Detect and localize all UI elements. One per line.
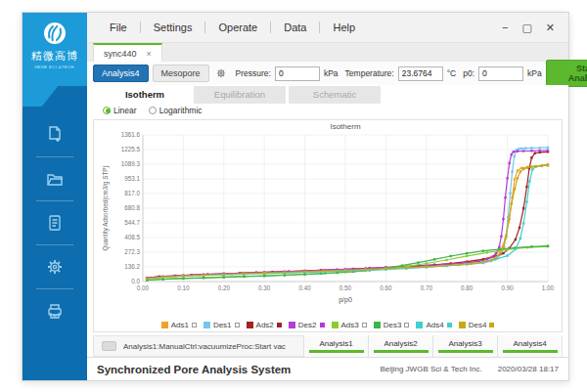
app-window: 精微高博 JWGB SCI.&TECH.	[22, 12, 569, 381]
legend-label: Ads3	[341, 321, 359, 329]
legend-color-swatch	[416, 322, 423, 328]
scale-options: Linear Logarithmic	[87, 104, 568, 118]
temperature-input[interactable]	[398, 66, 443, 81]
analysis-tab-4[interactable]: Analysis4	[497, 335, 562, 357]
legend-label: Ads2	[256, 321, 274, 329]
legend-label: Des1	[213, 321, 232, 329]
analysis-tab-1[interactable]: Analysis1	[303, 335, 368, 357]
pressure-input[interactable]	[275, 66, 320, 81]
tab-close-icon[interactable]: ×	[147, 49, 152, 59]
analysis4-button[interactable]: Analysis4	[93, 65, 149, 82]
legend-color-swatch	[247, 322, 253, 328]
sidebar-divider	[36, 200, 73, 201]
tab-equilibration[interactable]: Equilibration	[194, 86, 286, 104]
start-analysis-button[interactable]: Start Analysis	[546, 60, 587, 87]
legend-item-des3[interactable]: Des3	[374, 321, 410, 329]
document-tab-sync440[interactable]: sync440 ×	[93, 43, 162, 62]
toolbar: Analysis4 Mesopore Pressure: kPa Tempera…	[87, 62, 568, 85]
legend-marker-icon	[277, 323, 282, 327]
svg-text:1089.3: 1089.3	[121, 160, 141, 167]
footer-bar: Synchronized Pore Analysis System Beijin…	[87, 357, 568, 380]
settings-button[interactable]	[23, 252, 87, 282]
analysis-station-tabs: Analysis1 Analysis2 Analysis3 Analysis4	[303, 335, 562, 357]
pressure-unit: kPa	[324, 68, 339, 78]
datetime: 2020/03/28 18:17	[498, 365, 559, 373]
report-button[interactable]	[23, 208, 87, 238]
app-title: Synchronized Pore Analysis System	[97, 364, 291, 375]
legend-item-ads2[interactable]: Ads2	[247, 321, 282, 329]
tab-schematic[interactable]: Schematic	[289, 86, 381, 104]
analysis-tab-2-label: Analysis2	[384, 339, 417, 348]
close-icon[interactable]: ✕	[546, 22, 555, 33]
svg-text:544.7: 544.7	[124, 219, 140, 226]
legend-marker-icon	[320, 323, 325, 327]
legend-item-ads3[interactable]: Ads3	[332, 321, 367, 329]
analysis-tab-3[interactable]: Analysis3	[432, 335, 497, 357]
linear-radio-label: Linear	[113, 106, 137, 115]
open-file-button[interactable]	[23, 164, 87, 194]
legend-color-swatch	[332, 322, 339, 328]
menu-settings[interactable]: Settings	[141, 22, 205, 33]
gear-icon	[215, 67, 227, 79]
chart-legend: Ads1Des1Ads2Des2Ads3Des3Ads4Des4	[94, 316, 562, 333]
sidebar-icon-list	[23, 120, 87, 326]
legend-item-ads4[interactable]: Ads4	[416, 321, 451, 329]
menu-file[interactable]: File	[97, 22, 140, 33]
menu-bar: File Settings Operate Data Help − ▢ ✕	[87, 13, 568, 43]
company-name: Beijing JWGB Sci & Tech Inc.	[380, 365, 481, 373]
footer-info: Beijing JWGB Sci & Tech Inc. 2020/03/28 …	[380, 365, 559, 373]
minimize-icon[interactable]: −	[502, 22, 508, 33]
green-progress-bar	[374, 350, 429, 353]
menu-help[interactable]: Help	[320, 22, 368, 33]
legend-item-des2[interactable]: Des2	[289, 321, 325, 329]
svg-text:0.80: 0.80	[461, 284, 474, 291]
svg-text:0.70: 0.70	[421, 284, 433, 291]
analysis-tab-4-label: Analysis4	[513, 339, 546, 348]
legend-label: Ads1	[171, 321, 189, 329]
p0-input[interactable]	[478, 66, 523, 81]
window-controls: − ▢ ✕	[502, 22, 559, 33]
printer-icon	[45, 301, 65, 321]
logarithmic-radio-label: Logarithmic	[159, 106, 203, 115]
print-button[interactable]	[23, 296, 87, 326]
svg-text:p/p0: p/p0	[339, 296, 352, 304]
svg-text:Quantity Adsorbed(cm3/g STP): Quantity Adsorbed(cm3/g STP)	[102, 166, 110, 251]
linear-radio[interactable]: Linear	[103, 106, 137, 115]
temperature-unit: °C	[447, 68, 457, 78]
svg-text:Isotherm: Isotherm	[330, 122, 360, 131]
mesopore-button[interactable]: Mesopore	[153, 65, 209, 82]
green-progress-bar	[503, 350, 558, 353]
svg-text:0.20: 0.20	[218, 284, 231, 291]
svg-text:408.5: 408.5	[124, 234, 140, 240]
svg-text:0.90: 0.90	[501, 284, 514, 291]
radio-unselected-icon	[149, 107, 157, 114]
new-file-button[interactable]	[23, 120, 87, 150]
legend-marker-icon	[235, 323, 240, 327]
new-file-icon	[45, 125, 65, 145]
report-icon	[46, 214, 64, 232]
tab-isotherm[interactable]: Isotherm	[99, 86, 191, 104]
legend-color-swatch	[289, 322, 295, 328]
analysis-tab-2[interactable]: Analysis2	[368, 335, 432, 357]
svg-text:1361.6: 1361.6	[121, 131, 141, 138]
maximize-icon[interactable]: ▢	[521, 22, 531, 33]
menu-data[interactable]: Data	[271, 22, 319, 33]
svg-text:0.40: 0.40	[298, 284, 311, 291]
settings-gear-icon	[45, 257, 65, 277]
legend-item-des4[interactable]: Des4	[459, 321, 495, 329]
menu-operate[interactable]: Operate	[205, 22, 270, 33]
legend-marker-icon	[447, 323, 452, 327]
legend-label: Des3	[384, 321, 402, 329]
green-progress-bar	[438, 350, 493, 353]
sidebar-divider	[36, 156, 73, 157]
pressure-label: Pressure:	[236, 68, 271, 78]
svg-text:136.2: 136.2	[124, 263, 140, 270]
main-area: File Settings Operate Data Help − ▢ ✕ sy…	[87, 13, 568, 380]
toolbar-gear-button[interactable]	[215, 67, 227, 79]
sidebar-divider	[36, 288, 73, 289]
logarithmic-radio[interactable]: Logarithmic	[149, 106, 203, 115]
analysis-tab-3-label: Analysis3	[448, 339, 481, 348]
legend-item-des1[interactable]: Des1	[203, 321, 240, 329]
legend-item-ads1[interactable]: Ads1	[161, 321, 197, 329]
view-tabs: Isotherm Equilibration Schematic	[87, 85, 568, 103]
